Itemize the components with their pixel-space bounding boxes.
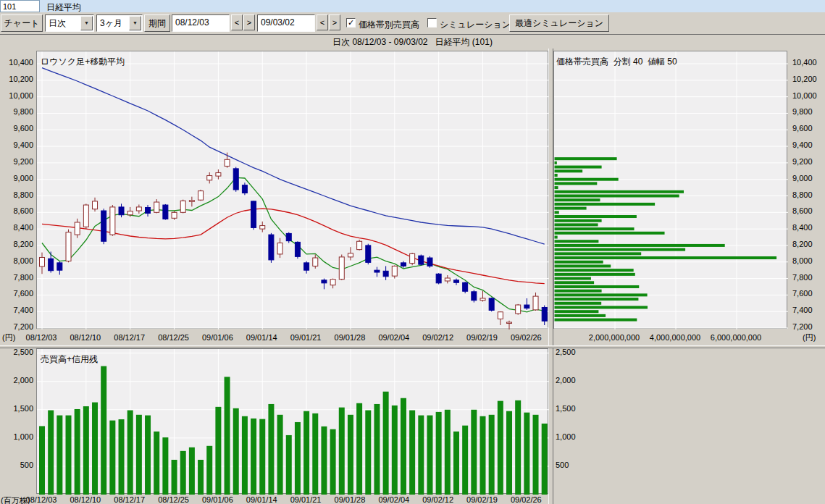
volume-axis-label: 2,500 [556,348,587,356]
chevron-down-icon[interactable]: ▼ [129,16,141,30]
price-axis-label: 10,400 [792,58,824,67]
date-axis-label: 09/02/26 [501,495,551,504]
chart-select-button[interactable]: チャート選択 [1,14,43,32]
chart-application-window: 日経平均 チャート選択 日次 ▼ 3ヶ月 ▼ 期間 08/12/03 < > 0… [0,0,825,504]
date-axis-label: 08/12/17 [104,333,155,342]
volume-chart [36,348,548,494]
toolbar: チャート選択 日次 ▼ 3ヶ月 ▼ 期間 08/12/03 < > 09/03/… [0,12,825,35]
titlebar: 日経平均 [0,0,825,12]
price-axis-label: 7,800 [792,273,824,282]
price-axis-label: 9,600 [792,124,824,133]
moving-average-mid [42,209,545,283]
price-axis-label: 7,600 [0,289,33,298]
volume-by-price-checkbox[interactable]: ✓ [346,18,356,28]
candlestick-chart-title: ロウソク足+移動平均 [41,56,125,68]
date-axis-label: 09/02/26 [501,333,551,342]
price-axis-label: 8,600 [0,206,33,215]
price-axis-label: 10,200 [0,75,33,83]
date-axis-label: 09/01/14 [236,495,287,504]
yen-unit-label: (円) [2,332,15,343]
price-axis-label: 8,400 [0,223,33,232]
span-value: 3ヶ月 [100,18,122,28]
price-axis-label: 7,200 [0,322,33,331]
date-axis-label: 09/02/12 [413,495,464,504]
price-axis-label: 10,400 [0,58,33,67]
price-axis-label: 8,800 [0,190,33,199]
price-axis-label: 8,200 [792,240,824,248]
date-axis-label: 09/01/06 [192,495,243,504]
volume-by-price-canvas [554,51,788,329]
frequency-select[interactable]: 日次 ▼ [45,14,94,32]
volume-axis-label: 1,500 [0,404,33,413]
candlestick-chart [36,51,548,329]
price-axis-label: 7,400 [792,306,824,314]
date-axis-label: 08/12/10 [60,333,111,342]
date-from-next-button[interactable]: > [243,14,255,30]
price-axis-label: 8,600 [792,206,824,215]
price-axis-label: 9,000 [0,174,33,182]
volume-axis-label: 1,000 [556,432,587,441]
volume-axis-label: 1,000 [0,432,33,441]
price-axis-label: 10,000 [0,91,33,100]
frequency-value: 日次 [49,18,66,28]
volume-axis-label: 500 [556,461,587,469]
moving-average-short [42,177,545,311]
price-axis-label: 9,400 [0,140,33,149]
optimal-simulation-button[interactable]: 最適シミュレーション [509,14,609,32]
price-axis-label: 7,800 [0,273,33,282]
date-axis-label: 09/01/28 [324,333,375,342]
volume-axis-label: 2,500 [0,348,33,356]
date-axis-label: 08/12/03 [16,495,67,504]
chevron-down-icon[interactable]: ▼ [80,16,93,30]
price-axis-label: 10,200 [792,75,824,83]
date-axis-label: 09/01/06 [192,333,243,342]
simulation-checkbox[interactable] [427,18,437,28]
date-axis-label: 09/01/21 [280,495,331,504]
date-axis-label: 09/01/28 [324,495,375,504]
volume-chart-canvas [37,349,549,495]
date-axis-label: 09/02/19 [457,333,508,342]
date-from-prev-button[interactable]: < [231,14,243,30]
date-to-next-button[interactable]: > [329,14,340,30]
date-axis-label: 08/12/03 [16,333,67,342]
price-axis-label: 9,400 [792,140,824,149]
price-axis-label: 9,600 [0,124,33,133]
date-axis-label: 08/12/25 [148,333,199,342]
simulation-checkbox-label: シミュレーション [440,19,511,31]
volume-axis-label: 2,000 [556,376,587,385]
date-from-input[interactable]: 08/12/03 [172,14,230,32]
volume-axis-label: 1,500 [556,404,587,413]
price-axis-label: 8,800 [792,190,824,199]
price-axis-label: 9,200 [792,157,824,166]
stock-code-input[interactable] [0,0,40,12]
date-to-prev-button[interactable]: < [317,14,328,30]
price-axis-label: 9,800 [0,107,33,116]
price-axis-label: 8,000 [0,256,33,265]
date-axis-label: 09/01/14 [236,333,287,342]
price-axis-label: 7,600 [792,289,824,298]
span-select[interactable]: 3ヶ月 ▼ [96,14,143,32]
period-label: 期間 [144,14,170,32]
date-axis-label: 08/12/25 [148,495,199,504]
volume-axis-label: 2,000 [0,376,33,385]
volume-by-price-chart [553,51,787,329]
price-axis-label: 8,000 [792,256,824,265]
price-axis-label: 9,800 [792,107,824,116]
price-axis-label: 9,200 [0,157,33,166]
date-axis-label: 09/02/04 [369,333,419,342]
date-axis-label: 09/02/04 [369,495,419,504]
date-to-input[interactable]: 09/03/02 [257,14,315,32]
price-axis-label: 9,000 [792,174,824,182]
volume-by-price-checkbox-label: 価格帯別売買高 [359,19,419,31]
date-axis-label: 09/02/12 [413,333,464,342]
date-axis-label: 08/12/17 [104,495,155,504]
chart-range-subtitle: 日次 08/12/03 - 09/03/02 日経平均 (101) [0,35,825,49]
yen-unit-label: (円) [803,332,816,343]
price-axis-label: 7,400 [0,306,33,314]
volume-by-price-axis-label: 6,000,000,000 [692,333,779,342]
price-axis-label: 8,400 [792,223,824,232]
vertical-splitter[interactable] [548,49,553,504]
volume-axis-label: 500 [0,461,33,469]
date-axis-label: 09/01/21 [280,333,331,342]
date-axis-label: 09/02/19 [457,495,508,504]
